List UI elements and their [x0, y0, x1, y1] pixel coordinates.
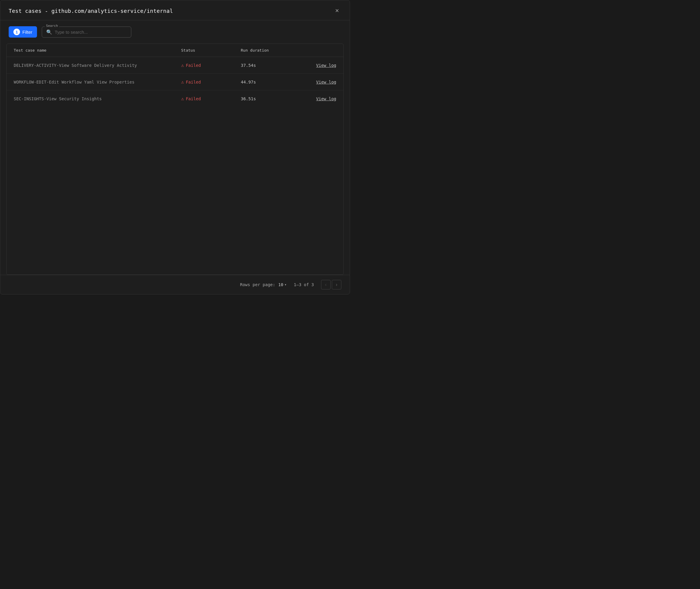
failed-icon: ⚠	[181, 62, 184, 68]
table-row: DELIVERY-ACTIVITY-View Software Delivery…	[7, 57, 343, 74]
status-cell: ⚠ Failed	[181, 79, 241, 85]
table-container: Test case name Status Run duration DELIV…	[6, 43, 344, 275]
table-header: Test case name Status Run duration	[7, 44, 343, 57]
col-header-status: Status	[181, 48, 241, 52]
dialog-header: Test cases - github.com/analytics-servic…	[0, 0, 350, 20]
pagination-info: 1–3 of 3	[294, 282, 314, 287]
filter-button[interactable]: 1 Filter	[9, 26, 37, 38]
status-cell: ⚠ Failed	[181, 62, 241, 68]
action-cell: View log	[300, 96, 336, 101]
toolbar: 1 Filter Search 🔍	[0, 20, 350, 43]
table-row: WORKFLOW-EDIT-Edit Workflow Yaml View Pr…	[7, 74, 343, 90]
dialog: Test cases - github.com/analytics-servic…	[0, 0, 350, 294]
test-case-name: SEC-INSIGHTS-View Security Insights	[14, 96, 181, 101]
search-input-wrapper: 🔍	[42, 27, 131, 38]
action-cell: View log	[300, 63, 336, 68]
rows-per-page: Rows per page: 10 ▾	[240, 282, 286, 287]
close-button[interactable]: ×	[333, 6, 341, 15]
status-cell: ⚠ Failed	[181, 96, 241, 102]
col-header-duration: Run duration	[241, 48, 300, 52]
rows-per-page-value: 10	[278, 282, 283, 287]
action-cell: View log	[300, 80, 336, 84]
rows-per-page-select[interactable]: 10 ▾	[278, 282, 286, 287]
run-duration: 44.97s	[241, 80, 300, 84]
test-case-name: WORKFLOW-EDIT-Edit Workflow Yaml View Pr…	[14, 80, 181, 84]
search-input[interactable]	[55, 29, 127, 35]
next-page-button[interactable]: ›	[332, 280, 341, 289]
col-header-name: Test case name	[14, 48, 181, 52]
footer: Rows per page: 10 ▾ 1–3 of 3 ‹ ›	[0, 275, 350, 294]
status-badge: Failed	[186, 80, 201, 84]
filter-badge: 1	[13, 29, 20, 35]
view-log-button[interactable]: View log	[316, 80, 336, 84]
test-case-name: DELIVERY-ACTIVITY-View Software Delivery…	[14, 63, 181, 68]
prev-page-button[interactable]: ‹	[321, 280, 330, 289]
filter-label: Filter	[22, 29, 32, 35]
view-log-button[interactable]: View log	[316, 96, 336, 101]
pagination-nav: ‹ ›	[321, 280, 341, 289]
run-duration: 36.51s	[241, 96, 300, 101]
run-duration: 37.54s	[241, 63, 300, 68]
chevron-down-icon: ▾	[284, 282, 286, 287]
status-badge: Failed	[186, 96, 201, 101]
search-label: Search	[45, 24, 59, 28]
search-icon: 🔍	[46, 29, 52, 35]
failed-icon: ⚠	[181, 79, 184, 85]
failed-icon: ⚠	[181, 96, 184, 102]
rows-per-page-label: Rows per page:	[240, 282, 275, 287]
table-row: SEC-INSIGHTS-View Security Insights ⚠ Fa…	[7, 90, 343, 107]
search-container: Search 🔍	[42, 27, 131, 38]
view-log-button[interactable]: View log	[316, 63, 336, 68]
status-badge: Failed	[186, 63, 201, 68]
dialog-title: Test cases - github.com/analytics-servic…	[9, 8, 173, 14]
